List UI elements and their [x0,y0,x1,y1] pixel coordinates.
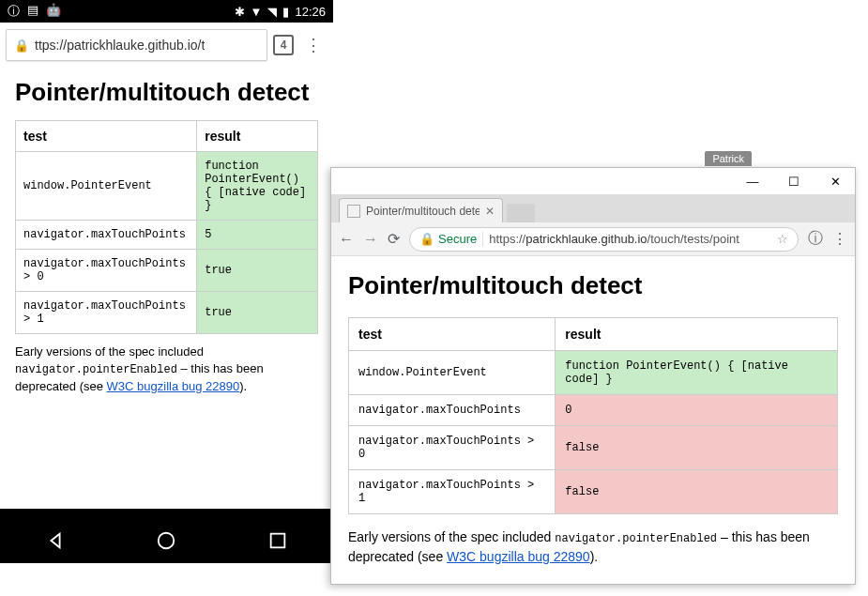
mobile-navbar [0,518,333,563]
wifi-icon: ▼ [251,5,263,19]
test-cell: window.PointerEvent [16,151,197,220]
test-cell: navigator.maxTouchPoints [349,395,556,426]
url-text: https://patrickhlauke.github.io/touch/te… [489,232,771,246]
desktop-toolbar: ← → ⟳ 🔒 Secure https://patrickhlauke.git… [331,222,855,256]
result-cell: true [197,249,318,291]
mobile-url-text: ttps://patrickhlauke.github.io/t [35,38,205,53]
back-button[interactable] [45,530,66,551]
test-cell: navigator.maxTouchPoints > 1 [349,470,556,514]
new-tab-button[interactable] [507,204,535,222]
android-icon: 🤖 [46,3,61,20]
bluetooth-icon: ✱ [235,5,245,19]
close-button[interactable]: ✕ [823,175,847,189]
mobile-statusbar: ⓘ ▤ 🤖 ✱ ▼ ◥ ▮ 12:26 [0,0,333,23]
table-row: navigator.maxTouchPoints5 [16,220,318,249]
desktop-results-table: test result window.PointerEventfunction … [348,317,838,514]
svg-rect-1 [270,534,284,548]
mobile-menu-button[interactable]: ⋮ [299,35,327,55]
reload-icon[interactable]: ⟳ [388,230,400,248]
mobile-device: ⓘ ▤ 🤖 ✱ ▼ ◥ ▮ 12:26 🔒 ttps://patrickhlau… [0,0,333,563]
active-tab[interactable]: Pointer/multitouch detec ✕ [339,198,503,222]
bugzilla-link[interactable]: W3C bugzilla bug 22890 [107,379,240,393]
result-cell: false [556,470,838,514]
table-row: window.PointerEventfunction PointerEvent… [16,151,318,220]
result-cell: function PointerEvent() { [native code] … [556,351,838,395]
bookmark-star-icon[interactable]: ☆ [777,232,788,246]
bugzilla-link[interactable]: W3C bugzilla bug 22890 [447,549,590,564]
favicon-icon [347,205,360,218]
col-test: test [16,120,197,151]
table-row: navigator.maxTouchPoints0 [349,395,838,426]
test-cell: navigator.maxTouchPoints > 0 [16,249,197,291]
profile-badge[interactable]: Patrick [705,151,752,166]
nav-back-icon[interactable]: ← [339,231,354,248]
table-row: window.PointerEventfunction PointerEvent… [349,351,838,395]
desktop-window: Patrick — ☐ ✕ Pointer/multitouch detec ✕… [330,167,856,585]
result-cell: function PointerEvent() { [native code] … [197,151,318,220]
table-row: navigator.maxTouchPoints > 0false [349,426,838,470]
mobile-tab-switcher[interactable]: 4 [273,35,294,55]
maximize-button[interactable]: ☐ [782,175,806,189]
home-button[interactable] [156,530,176,551]
table-row: navigator.maxTouchPoints > 1false [349,470,838,514]
window-controls: — ☐ ✕ [331,168,855,194]
col-test: test [349,318,556,351]
desktop-menu-icon[interactable]: ⋮ [832,230,847,248]
site-info-icon[interactable]: ⓘ [808,229,823,249]
recents-button[interactable] [267,530,288,551]
minimize-button[interactable]: — [740,175,765,189]
clock-time: 12:26 [295,5,326,19]
omnibox[interactable]: 🔒 Secure https://patrickhlauke.github.io… [409,227,799,252]
battery-icon: ▮ [282,5,289,19]
mobile-results-table: test result window.PointerEventfunction … [15,120,318,334]
mobile-url-bar[interactable]: 🔒 ttps://patrickhlauke.github.io/t [6,29,267,61]
info-icon: ⓘ [8,3,20,20]
mobile-browser-toolbar: 🔒 ttps://patrickhlauke.github.io/t 4 ⋮ [0,23,333,68]
svg-point-0 [159,533,175,549]
test-cell: navigator.maxTouchPoints > 1 [16,291,197,333]
result-cell: 5 [197,220,318,249]
table-row: navigator.maxTouchPoints > 1true [16,291,318,333]
test-cell: window.PointerEvent [349,351,556,395]
result-cell: 0 [556,395,838,426]
test-cell: navigator.maxTouchPoints > 0 [349,426,556,470]
tab-close-icon[interactable]: ✕ [485,205,495,218]
tab-strip: Pointer/multitouch detec ✕ [331,194,855,222]
nav-forward-icon[interactable]: → [363,231,378,248]
doc-icon: ▤ [27,3,38,20]
desktop-note: Early versions of the spec included navi… [348,527,838,567]
mobile-note: Early versions of the spec included navi… [15,344,318,395]
secure-indicator: 🔒 Secure [419,232,477,246]
page-title: Pointer/multitouch detect [348,271,838,300]
test-cell: navigator.maxTouchPoints [16,220,197,249]
col-result: result [197,120,318,151]
result-cell: true [197,291,318,333]
col-result: result [556,318,838,351]
signal-icon: ◥ [267,5,277,19]
result-cell: false [556,426,838,470]
table-row: navigator.maxTouchPoints > 0true [16,249,318,291]
mobile-page-content: Pointer/multitouch detect test result wi… [0,68,333,509]
lock-icon: 🔒 [14,38,29,53]
page-title: Pointer/multitouch detect [15,79,318,107]
desktop-page-content: Pointer/multitouch detect test result wi… [331,256,855,582]
